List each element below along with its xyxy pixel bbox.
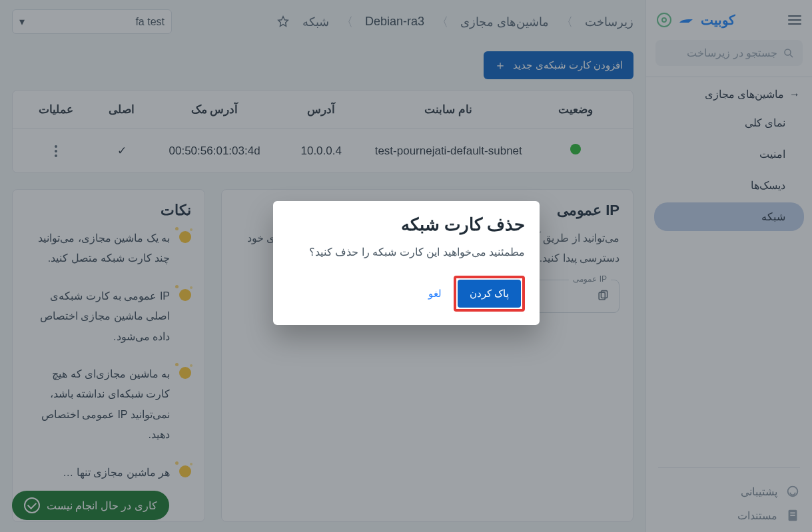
delete-nic-dialog: حذف کارت شبکه مطمئنید می‌خواهید این کارت… [273,201,540,325]
modal-scrim[interactable]: حذف کارت شبکه مطمئنید می‌خواهید این کارت… [0,0,812,532]
cancel-button[interactable]: لغو [428,288,442,300]
dialog-actions: پاک کردن لغو [288,276,525,312]
confirm-highlight: پاک کردن [454,276,525,312]
confirm-delete-button[interactable]: پاک کردن [458,280,521,308]
dialog-title: حذف کارت شبکه [288,214,525,235]
dialog-message: مطمئنید می‌خواهید این کارت شبکه را حذف ک… [288,246,525,258]
